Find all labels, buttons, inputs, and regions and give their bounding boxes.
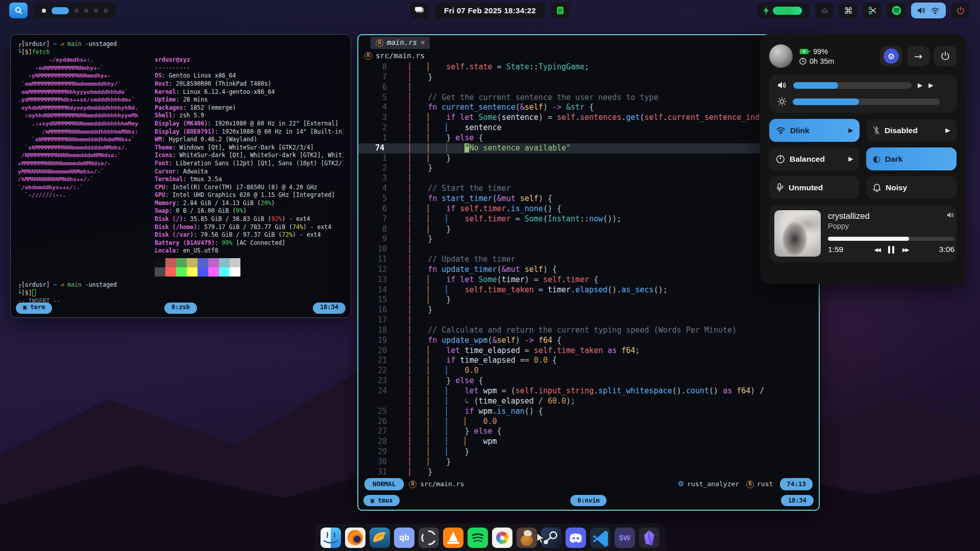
fetch-row: Terminal: tmux 3.5a [155,176,344,184]
palette-swatch [176,258,187,267]
tab-main-rs[interactable]: R main.rs × [371,37,430,49]
chat-bubble-icon [415,7,424,15]
cursor-position-pill: 74:13 [780,478,813,490]
search-button[interactable] [9,3,28,18]
power-profile-toggle[interactable]: Balanced ▶ [769,147,860,170]
tmux-window-pill[interactable]: 0:zsh [164,303,197,314]
volume-slider[interactable] [793,82,912,89]
obsidian-icon [639,528,659,548]
code-line: 11▏ // Update the timer [358,255,819,265]
shutdown-button[interactable] [934,46,957,66]
dock-app-zen-browser[interactable] [419,528,439,548]
dock-app-obsidian[interactable] [639,528,659,548]
dock-app-finder[interactable] [321,528,341,548]
dock-app-vscode[interactable] [590,528,610,548]
volume-expand-icon[interactable]: ▶ [918,82,922,89]
avatar[interactable] [769,44,793,68]
notifications-toggle[interactable]: Noisy [866,176,957,199]
line-number: 3 [358,113,409,123]
eject-button[interactable] [815,3,834,18]
pause-button[interactable] [888,246,894,254]
chevron-right-icon[interactable]: ▶ [946,127,950,134]
battery-widget[interactable] [757,3,810,18]
spotify-button[interactable] [887,3,905,18]
previous-track-button[interactable]: ◀◀ [874,247,880,253]
line-number: 23 [358,376,409,386]
rust-file-icon: R [409,481,416,488]
screenshot-button[interactable] [863,3,881,18]
line-number: 8 [358,224,409,235]
bluetooth-toggle[interactable]: Disabled ▶ [866,119,957,142]
next-track-button[interactable]: ▶▶ [902,247,908,253]
wifi-toggle[interactable]: Dlink ▶ [769,119,860,142]
settings-button[interactable]: ⚙ [880,46,902,66]
brightness-slider[interactable] [793,98,940,105]
notes-button[interactable] [551,3,570,18]
code-line: 10▏ [358,244,819,255]
tmux-session-pill[interactable]: ▣ term [16,303,52,314]
workspace-dot-6[interactable] [104,9,108,13]
dock-app-firefox[interactable] [345,528,365,548]
dock-app-sw[interactable]: $W [615,528,635,548]
line-number: 2 [358,163,409,173]
line-number: 12 [358,265,409,275]
editor-window[interactable]: R main.rs × R src/main.rs 8▏ ▏ self.stat… [357,34,820,511]
line-number: 11 [358,255,409,265]
dock-app-photos[interactable] [492,528,512,548]
dock-app-thunderbird[interactable] [370,528,390,548]
dock-app-vlc[interactable] [443,528,463,548]
dock-app-qbittorrent[interactable]: qb [394,528,414,548]
command-button[interactable]: ⌘ [839,3,857,18]
tmux-session-name: term [30,304,45,311]
code-editor-area[interactable]: 8▏ ▏ self.state = State::TypingGame;7▏ }… [358,62,819,478]
tmux-session-pill[interactable]: ▣ tmux [363,495,400,506]
dark-mode-toggle[interactable]: ◐ Dark [866,147,957,170]
tmux-window-pill[interactable]: 0:nvim [570,495,606,506]
workspace-dot-3[interactable] [75,9,79,13]
command-icon: ⌘ [844,6,853,16]
output-select-icon[interactable]: ▶ [928,82,933,89]
chevron-right-icon[interactable]: ▶ [849,156,853,162]
palette-swatch [198,267,208,277]
dock-app-spotify[interactable] [468,528,488,548]
microphone-toggle[interactable]: Unmuted [769,176,860,199]
logout-button[interactable]: → [907,46,929,66]
palette-swatch [198,258,208,267]
palette-swatch [230,267,240,277]
workspace-dot-4[interactable] [84,9,88,13]
power-button[interactable] [951,3,970,18]
search-icon [15,7,22,14]
workspace-dot-5[interactable] [94,9,98,13]
workspace-dot-1[interactable] [42,9,46,13]
workspace-active-pill[interactable] [52,7,69,14]
code-line: 3▏ [358,173,819,184]
line-number: 4 [358,184,409,194]
rust-file-icon: R [376,39,383,47]
dock-app-mascot[interactable] [517,528,537,548]
terminal-window[interactable]: ┌[srdusr] ~ ⌥ main -unstaged └[$]fetch -… [10,34,351,318]
palette-swatch [155,258,165,267]
clock-widget[interactable]: Fri 07 Feb 2025 18:34:22 [435,3,545,18]
chevron-right-icon[interactable]: ▶ [849,127,853,134]
workspace-indicator[interactable] [34,3,116,18]
tab-close-icon[interactable]: × [421,38,425,48]
notifications-button[interactable] [410,3,429,18]
microphone-icon [776,183,784,192]
track-progress-bar[interactable] [828,237,954,241]
power-icon [957,7,965,15]
line-number: 25 [358,407,409,417]
spotify-icon [892,6,901,15]
palette-swatch [219,267,230,277]
fetch-row: Theme: Windows [Qt], WhiteSur-Dark [GTK2… [155,144,344,152]
tmux-window-icon: ▣ [371,497,374,504]
code-line: 4▏ // Start the timer [358,184,819,194]
dock-app-discord[interactable] [566,528,586,548]
audio-network-widget[interactable] [911,3,946,18]
brightness-row [777,97,948,106]
line-number: 19 [358,336,409,346]
palette-swatch [165,267,176,277]
terminal-tmux-bar: ▣ term 0:zsh 18:34 [16,303,346,314]
fetch-row: Uptime: 28 mins [155,96,344,104]
line-number: 14 [358,285,409,295]
volume-slider-fill [793,82,838,89]
